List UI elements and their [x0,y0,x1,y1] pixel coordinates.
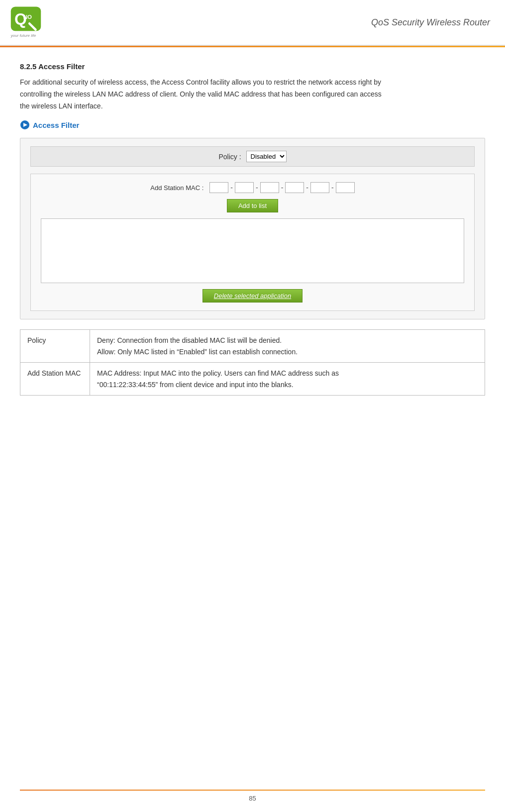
svg-text:NO: NO [23,14,32,20]
mac-sep-5: - [331,184,334,192]
policy-desc-line1: Deny: Connection from the disabled MAC l… [97,336,282,344]
table-cell-mac-desc: MAC Address: Input MAC into the policy. … [90,363,485,396]
access-filter-link-row[interactable]: Access Filter [20,120,485,130]
add-to-list-button[interactable]: Add to list [227,199,278,212]
mac-input-4[interactable] [285,182,304,193]
delete-selected-button[interactable]: Delete selected application [202,289,303,303]
footer-page-number: 85 [0,795,505,802]
svg-text:your future life: your future life [10,33,36,38]
mac-sep-1: - [230,184,233,192]
access-filter-label[interactable]: Access Filter [33,121,79,129]
policy-label: Policy : [218,153,241,161]
table-cell-mac-label: Add Station MAC [20,363,90,396]
body-text-2: controlling the wireless LAN MAC address… [20,90,382,98]
mac-list-box [41,218,464,283]
table-cell-policy-label: Policy [20,330,90,363]
logo-area: Q your future life NO [10,5,50,40]
mac-input-2[interactable] [235,182,254,193]
body-text-3: the wireless LAN interface. [20,102,103,110]
mac-desc-line1: MAC Address: Input MAC into the policy. … [97,369,339,377]
mac-input-6[interactable] [336,182,355,193]
table-cell-policy-desc: Deny: Connection from the disabled MAC l… [90,330,485,363]
table-row-policy: Policy Deny: Connection from the disable… [20,330,485,363]
header: Q your future life NO QoS Security Wirel… [0,0,505,46]
policy-row: Policy : Disabled Enabled [30,146,475,167]
mac-input-1[interactable] [209,182,228,193]
add-btn-row: Add to list [41,199,464,212]
mac-row: Add Station MAC : - - - - - [41,182,464,193]
ui-panel: Policy : Disabled Enabled Add Station MA… [20,138,485,319]
delete-btn-row: Delete selected application [41,289,464,303]
mac-input-3[interactable] [260,182,279,193]
mac-sep-4: - [306,184,308,192]
mac-label: Add Station MAC : [150,184,203,192]
policy-desc-line2: Allow: Only MAC listed in “Enabled” list… [97,348,298,356]
policy-select[interactable]: Disabled Enabled [246,151,287,162]
header-title: QoS Security Wireless Router [371,17,490,28]
access-filter-icon [20,120,30,130]
mac-sep-3: - [281,184,284,192]
footer: 85 [0,790,505,802]
section-heading: 8.2.5 Access Filter [20,62,485,71]
footer-line [20,790,485,791]
info-table: Policy Deny: Connection from the disable… [20,329,485,396]
main-content: 8.2.5 Access Filter For additional secur… [0,47,505,430]
mac-desc-line2: “00:11:22:33:44:55” from client device a… [97,381,294,389]
table-row-mac: Add Station MAC MAC Address: Input MAC i… [20,363,485,396]
mac-sep-2: - [256,184,258,192]
body-paragraph: For additional security of wireless acce… [20,77,485,112]
body-text-1: For additional security of wireless acce… [20,78,381,86]
qno-logo: Q your future life NO [10,5,50,40]
inner-panel: Add Station MAC : - - - - - Add to list [30,174,475,311]
mac-input-5[interactable] [310,182,329,193]
